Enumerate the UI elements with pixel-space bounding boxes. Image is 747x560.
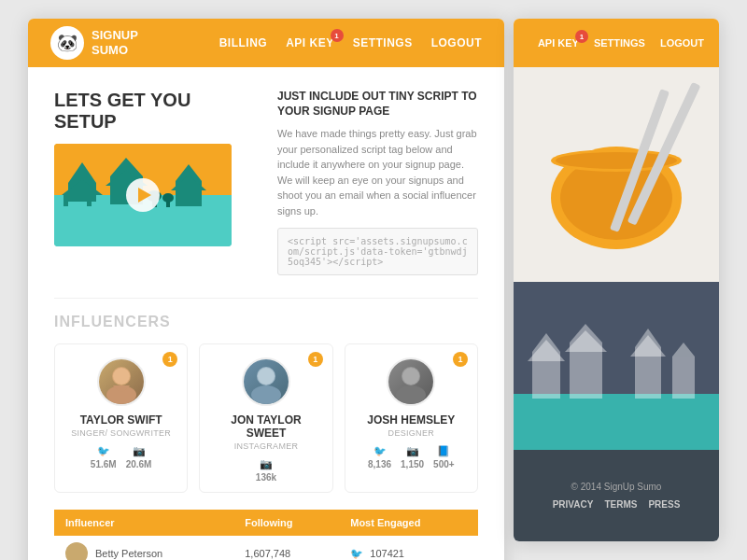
josh-stats: 🐦 8,136 📷 1,150 📘 500+ bbox=[357, 445, 466, 469]
nav-logout[interactable]: LOGOUT bbox=[431, 36, 482, 49]
taylor-role: SINGER/ SONGWRITER bbox=[66, 428, 176, 438]
main-panel: 🐼 SIGNUP SUMO BILLING API KEY 1 SETTINGS… bbox=[28, 19, 504, 560]
setup-left: LETS GET YOU SETUP bbox=[54, 90, 255, 275]
right-api-badge: 1 bbox=[575, 30, 588, 43]
right-nav-settings[interactable]: SETTINGS bbox=[594, 37, 645, 49]
jon-insta-stat: 📷 136k bbox=[256, 458, 276, 483]
jon-insta-count: 136k bbox=[256, 472, 276, 483]
jon-name: JON TAYLOR SWEET bbox=[211, 413, 320, 440]
setup-subtitle: JUST INCLUDE OUT TINY SCRIPT TO YOUR SIG… bbox=[277, 90, 478, 119]
setup-right: JUST INCLUDE OUT TINY SCRIPT TO YOUR SIG… bbox=[277, 90, 478, 275]
table-row: Betty Peterson 1,607,748 🐦 107421 bbox=[54, 536, 478, 560]
right-nav-apikey[interactable]: API KEY 1 bbox=[538, 37, 579, 49]
taylor-insta-count: 20.6M bbox=[126, 459, 152, 469]
josh-fb-count: 500+ bbox=[433, 459, 455, 469]
setup-section: LETS GET YOU SETUP bbox=[54, 90, 478, 275]
right-nav-logout[interactable]: LOGOUT bbox=[660, 37, 704, 49]
twitter-icon-3: 🐦 bbox=[374, 445, 387, 457]
logo-text: SIGNUP SUMO bbox=[92, 28, 138, 57]
row1-avatar bbox=[65, 542, 88, 560]
josh-name: JOSH HEMSLEY bbox=[357, 413, 466, 427]
josh-role: DESIGNER bbox=[357, 428, 466, 438]
facebook-icon: 📘 bbox=[437, 445, 450, 457]
main-content: LETS GET YOU SETUP bbox=[28, 67, 504, 560]
svg-point-24 bbox=[396, 385, 426, 404]
footer-links: PRIVACY TERMS PRESS bbox=[553, 499, 681, 510]
influencer-card-jon: 1 JON TAYLOR SWEET INSTAGRAMER 📷 136k bbox=[199, 343, 332, 493]
logo-icon: 🐼 bbox=[50, 26, 84, 60]
josh-twitter-count: 8,136 bbox=[368, 459, 391, 469]
svg-point-22 bbox=[258, 368, 275, 385]
right-panel: API KEY 1 SETTINGS LOGOUT bbox=[514, 19, 719, 541]
taylor-avatar bbox=[97, 357, 146, 406]
bowl-illustration-area bbox=[514, 67, 719, 282]
svg-rect-35 bbox=[514, 394, 719, 450]
twitter-icon: 🐦 bbox=[97, 445, 110, 457]
josh-badge: 1 bbox=[453, 352, 468, 367]
engaged-twitter-icon: 🐦 bbox=[350, 548, 363, 559]
footer-press[interactable]: PRESS bbox=[648, 499, 680, 510]
taylor-stats: 🐦 51.6M 📷 20.6M bbox=[66, 445, 176, 469]
main-header: 🐼 SIGNUP SUMO BILLING API KEY 1 SETTINGS… bbox=[28, 19, 504, 67]
footer-privacy[interactable]: PRIVACY bbox=[553, 499, 594, 510]
svg-rect-4 bbox=[63, 195, 68, 206]
svg-point-21 bbox=[251, 385, 281, 404]
play-icon bbox=[138, 188, 151, 203]
jon-role: INSTAGRAMER bbox=[211, 441, 320, 451]
video-thumbnail[interactable] bbox=[54, 144, 232, 246]
section-divider bbox=[54, 298, 478, 299]
svg-rect-45 bbox=[672, 357, 695, 399]
nav-settings[interactable]: SETTINGS bbox=[353, 36, 413, 49]
col-following: Following bbox=[233, 510, 339, 536]
instagram-icon-3: 📷 bbox=[406, 445, 419, 457]
influencer-cards: 1 TAYLOR SWIFT SINGER/ SONGWRITER 🐦 51.6… bbox=[54, 343, 478, 493]
taylor-badge: 1 bbox=[162, 352, 177, 367]
instagram-icon-2: 📷 bbox=[260, 458, 273, 470]
api-key-badge: 1 bbox=[331, 29, 344, 42]
influencer-card-josh: 1 JOSH HEMSLEY DESIGNER 🐦 8,136 📷 1,150 bbox=[345, 343, 478, 493]
jon-stats: 📷 136k bbox=[211, 458, 320, 483]
play-button[interactable] bbox=[126, 178, 160, 212]
svg-point-19 bbox=[113, 368, 130, 385]
jon-badge: 1 bbox=[308, 352, 323, 367]
instagram-icon: 📷 bbox=[133, 445, 146, 457]
col-influencer: Influencer bbox=[54, 510, 233, 536]
svg-point-16 bbox=[162, 193, 174, 203]
jon-avatar bbox=[242, 357, 290, 406]
josh-avatar bbox=[387, 357, 435, 406]
svg-point-25 bbox=[402, 368, 419, 385]
setup-title: LETS GET YOU SETUP bbox=[54, 90, 255, 133]
copyright-text: © 2014 SignUp Sumo bbox=[571, 482, 662, 492]
taylor-twitter-count: 51.6M bbox=[91, 459, 117, 469]
svg-rect-5 bbox=[87, 195, 92, 206]
table-header-row: Influencer Following Most Engaged bbox=[54, 510, 478, 536]
taylor-insta-stat: 📷 20.6M bbox=[126, 445, 152, 469]
right-footer: © 2014 SignUp Sumo PRIVACY TERMS PRESS bbox=[514, 450, 719, 541]
bowl-chopsticks-svg bbox=[514, 67, 719, 282]
taylor-name: TAYLOR SWIFT bbox=[66, 413, 176, 427]
influencer-table: Influencer Following Most Engaged Betty … bbox=[54, 510, 478, 560]
nav-billing[interactable]: BILLING bbox=[219, 36, 268, 49]
logo-area: 🐼 SIGNUP SUMO bbox=[50, 26, 138, 60]
influencer-card-taylor: 1 TAYLOR SWIFT SINGER/ SONGWRITER 🐦 51.6… bbox=[54, 343, 188, 493]
row1-name: Betty Peterson bbox=[54, 536, 233, 560]
footer-terms[interactable]: TERMS bbox=[604, 499, 637, 510]
taylor-twitter-stat: 🐦 51.6M bbox=[91, 445, 117, 469]
nav-apikey[interactable]: API KEY 1 bbox=[286, 36, 334, 49]
city-silhouette-area bbox=[514, 282, 719, 450]
josh-fb-stat: 📘 500+ bbox=[433, 445, 455, 469]
nav-items: BILLING API KEY 1 SETTINGS LOGOUT bbox=[219, 36, 482, 49]
row1-following: 1,607,748 bbox=[233, 536, 339, 560]
influencers-title: INFLUENCERS bbox=[54, 314, 478, 330]
right-header: API KEY 1 SETTINGS LOGOUT bbox=[514, 19, 719, 67]
script-code-box[interactable]: <script src='assets.signupsumo.com/scrip… bbox=[277, 228, 478, 275]
setup-description: We have made things pretty easy. Just gr… bbox=[277, 126, 478, 218]
josh-twitter-stat: 🐦 8,136 bbox=[368, 445, 391, 469]
col-engaged: Most Engaged bbox=[339, 510, 478, 536]
row1-engaged: 🐦 107421 bbox=[339, 536, 478, 560]
josh-insta-count: 1,150 bbox=[401, 459, 424, 469]
josh-insta-stat: 📷 1,150 bbox=[401, 445, 424, 469]
city-svg bbox=[514, 282, 719, 450]
